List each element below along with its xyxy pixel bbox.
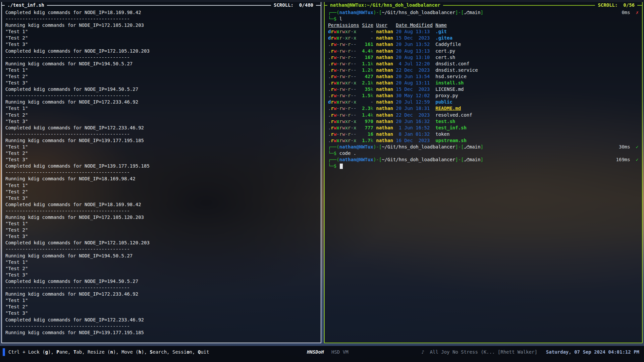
terminal-output-line: ----------------------------------------… (5, 208, 321, 214)
terminal-output-line: "Test 1" (5, 105, 321, 112)
file-row: .rw-rw-r--161 nathan20 Jun 13:52Caddyfil… (328, 41, 642, 48)
file-name: upstream.sh (435, 137, 467, 144)
terminal-output-line: "Test 1" (5, 67, 321, 73)
terminal-output-line: ----------------------------------------… (5, 323, 321, 329)
file-row: .rwxrwxr-x777 nathan 1 Jun 16:52test_inf… (328, 125, 642, 131)
date-cell: 20 Jun 13:52 (396, 41, 435, 48)
keybinding-hint-segment: ), (48, 349, 56, 355)
tmux-pane-left[interactable]: ./test_inf.sh SCROLL: 0/480 Completed kd… (1, 2, 321, 343)
file-name: .git (435, 28, 447, 35)
terminal-output-line: "Test 2" (5, 73, 321, 80)
command-duration: 169ms ✓ (616, 157, 639, 163)
date-cell: 20 Aug 13:11 (396, 80, 435, 86)
date-cell: 20 Jun 18:31 (396, 105, 435, 112)
terminal-output-line: "Test 2" (5, 112, 321, 118)
file-row: .rw-rw-r--2.3k nathan20 Jun 18:31README.… (328, 105, 642, 112)
size-cell: 1.7k (362, 137, 373, 144)
user-cell: nathan (376, 54, 396, 61)
terminal-output-line: "Test 2" (5, 304, 321, 310)
border-segment (637, 5, 642, 6)
tmux-pane-right[interactable]: nathan@NWTux:~/Git/hns_doh_loadbalancer … (324, 2, 643, 343)
terminal-output-line: "Test 3" (5, 80, 321, 86)
terminal-output-line: Completed kdig commands for NODE_IP=18.1… (5, 9, 321, 16)
git-branch-name: main (469, 10, 481, 15)
terminal-output-line: "Test 2" (5, 150, 321, 157)
terminal-output-line: "Test 3" (5, 310, 321, 316)
terminal-output-line: "Test 2" (5, 35, 321, 41)
session-name: HNSDoH (307, 349, 324, 355)
keybinding-hint-segment: n (110, 349, 113, 355)
user-cell: nathan (376, 99, 396, 105)
user-cell: nathan (376, 35, 396, 41)
user-cell: nathan (376, 118, 396, 125)
file-name: cert.py (435, 48, 455, 54)
user-cell: nathan (376, 105, 396, 112)
user-cell: nathan (376, 137, 396, 144)
permissions-cell: .rw-rw-r-- (328, 105, 362, 112)
terminal-output-line: ----------------------------------------… (5, 93, 321, 99)
keybinding-hint-segment: ), Move ( (113, 349, 139, 355)
date-cell: 4 Jul 12:20 (396, 61, 435, 67)
terminal-output-line: Completed kdig commands for NODE_IP=172.… (5, 125, 321, 131)
file-row: drwxr-xr-x- nathan15 Dec 2023.gitea (328, 35, 642, 41)
date-cell: 20 Jul 12:59 (396, 99, 435, 105)
keybinding-hints: Ctrl + Lock (g), Pane, Tab, Resize (n), … (8, 349, 209, 355)
left-pane-top-border: ./test_inf.sh SCROLL: 0/480 (2, 2, 321, 9)
terminal-output-line: Completed kdig commands for NODE_IP=172.… (5, 240, 321, 246)
permissions-cell: .rw-rw-r-- (328, 61, 362, 67)
permissions-cell: drwxr-xr-x (328, 35, 362, 41)
right-pane-content[interactable]: ┌──(nathan@NWTux)-[~/Git/hns_doh_loadbal… (325, 9, 642, 169)
ls-header-row: PermissionsSize UserDate ModifiedName (328, 22, 642, 28)
permissions-cell: .rwxrwxr-x (328, 80, 362, 86)
date-cell: 8 Jan 01:32 (396, 131, 435, 137)
status-accent-block (3, 348, 5, 356)
keybinding-hint-segment: n, (190, 349, 198, 355)
size-cell: 427 (362, 73, 373, 80)
keybinding-hint-segment: P (56, 349, 59, 355)
keybinding-hint-segment: ane, (59, 349, 73, 355)
terminal-output-line: Completed kdig commands for NODE_IP=172.… (5, 48, 321, 54)
left-pane-content[interactable]: Completed kdig commands for NODE_IP=18.1… (2, 9, 321, 336)
user-cell: nathan (376, 112, 396, 118)
music-note-icon: ♪ (421, 349, 424, 355)
date-cell: 30 May 12:02 (396, 93, 435, 99)
terminal-output-line: "Test 1" (5, 144, 321, 150)
date-cell: 15 Dec 2023 (396, 35, 435, 41)
terminal-output-line: Running kdig commands for NODE_IP=194.50… (5, 253, 321, 259)
size-cell: - (362, 28, 373, 35)
user-cell: nathan (376, 86, 396, 93)
user-cell: nathan (376, 28, 396, 35)
date-cell: 22 Dec 2023 (396, 67, 435, 73)
file-row: .rw-rw-r--1.1k nathan 4 Jul 12:20dnsdist… (328, 61, 642, 67)
right-pane-scroll-indicator: SCROLL: 0/56 (595, 2, 637, 8)
host-name: HSD VM (331, 349, 348, 355)
file-name: hsd.service (435, 73, 467, 80)
file-name: token (435, 131, 449, 137)
user-cell: nathan (376, 41, 396, 48)
git-branch-name: main (469, 157, 481, 162)
terminal-output-line: Running kdig commands for NODE_IP=172.10… (5, 22, 321, 28)
terminal-output-line: "Test 3" (5, 41, 321, 48)
size-cell: - (362, 35, 373, 41)
size-cell: 161 (362, 41, 373, 48)
file-row: .rw-rw-r--1.5k nathan30 May 12:02proxy.p… (328, 93, 642, 99)
now-playing: ♪ All Joy No Stress (K... [Rhett Walker] (421, 349, 537, 355)
right-pane-top-border: nathan@NWTux:~/Git/hns_doh_loadbalancer … (325, 2, 642, 9)
permissions-cell: .rw-rw-r-- (328, 131, 362, 137)
prompt-line: ┌──(nathan@NWTux)-[~/Git/hns_doh_loadbal… (328, 144, 642, 150)
prompt-path: ~/Git/hns_doh_loadbalancer (382, 10, 455, 15)
size-cell: 35k (362, 86, 373, 93)
date-cell: 20 Jun 13:54 (396, 73, 435, 80)
border-segment (316, 5, 321, 6)
size-cell: 970 (362, 118, 373, 125)
prompt-user-host: nathan@NWTux (339, 144, 373, 149)
terminal-output-line: "Test 1" (5, 297, 321, 304)
git-branch-icon: ⎇ (464, 144, 469, 149)
terminal-output-line: ----------------------------------------… (5, 54, 321, 61)
file-name: cert.sh (435, 54, 455, 61)
size-cell: 1.1k (362, 61, 373, 67)
permissions-cell: .rw-rw-r-- (328, 41, 362, 48)
terminal-output-line: ----------------------------------------… (5, 131, 321, 137)
file-name: README.md (435, 105, 461, 112)
typed-command: code . (339, 150, 357, 156)
